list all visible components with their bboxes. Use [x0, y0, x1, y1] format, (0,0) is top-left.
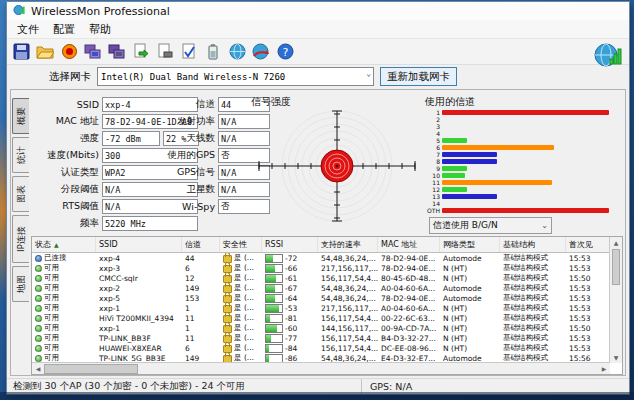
column-header-9[interactable]: 基础结构: [500, 237, 566, 252]
reload-adapter-button[interactable]: 重新加载网卡: [380, 67, 457, 86]
channel-usage-bar: [442, 208, 609, 213]
window-title: WirelessMon Professional: [31, 5, 170, 18]
cell-infrastructure: 基础结构模式: [500, 293, 566, 303]
table-row[interactable]: 可用TP-LINK_BB3F11是 (...-77156,117,54,4...…: [32, 333, 610, 343]
cell-status: 可用: [32, 263, 96, 273]
menu-item-3[interactable]: 帮助: [82, 21, 118, 38]
channel-row: 11: [425, 179, 609, 186]
menu-item-2[interactable]: 配置: [46, 21, 82, 38]
status-text: 可用: [44, 263, 59, 273]
cell-status: 可用: [32, 303, 96, 313]
column-header-6[interactable]: 支持的速率: [318, 237, 378, 252]
cell-first-seen: 15:53: [566, 344, 610, 353]
rssi-bar: [265, 274, 283, 283]
channel-row: 8: [425, 158, 609, 165]
cell-security: 是 (...: [220, 283, 262, 293]
security-text: 是 (...: [234, 333, 254, 343]
web-icon[interactable]: [226, 41, 248, 63]
vertical-scroll-track[interactable]: [610, 286, 622, 352]
table-row[interactable]: 可用xxp-36是 (...-66217,156,117,...78-D2-94…: [32, 263, 610, 273]
network-card-copy-icon[interactable]: [106, 41, 128, 63]
export-page-icon[interactable]: [130, 41, 152, 63]
remove-page-icon[interactable]: [154, 41, 176, 63]
table-row[interactable]: 可用xxp-11是 (...-60144,156,117,...00-9A-CD…: [32, 323, 610, 333]
channel-label: 9: [425, 165, 442, 172]
channel-row: 6: [425, 144, 609, 151]
column-header-3[interactable]: 信道: [182, 237, 220, 252]
cell-mac: 00-22-6C-63...: [378, 314, 440, 323]
adapter-select[interactable]: Intel(R) Dual Band Wireless-N 7260 ⌄: [97, 67, 374, 86]
column-header-7[interactable]: MAC 地址: [378, 237, 440, 252]
table-row[interactable]: 可用xxp-11是 (...-53217,156,117,...A0-04-60…: [32, 303, 610, 313]
field-label: SSID: [35, 99, 99, 110]
web-refresh-icon[interactable]: [250, 41, 272, 63]
vertical-scrollbar[interactable]: ▲ ▼: [609, 237, 622, 363]
signal-strength-panel: 信号强度: [251, 95, 423, 227]
verify-page-icon[interactable]: [178, 41, 200, 63]
field-label: 分段阈值: [35, 183, 99, 196]
table-row[interactable]: 可用xxp-5153是 (...-6454,48,36,24,...78-D2-…: [32, 293, 610, 303]
cell-mac: 00-9A-CD-7A...: [378, 324, 440, 333]
cell-status: 可用: [32, 343, 96, 353]
rssi-bar: [265, 314, 283, 323]
channel-usage-bar: [442, 194, 497, 199]
field-label: 信道: [153, 98, 215, 111]
rssi-bar: [265, 264, 283, 273]
rssi-value: -84: [285, 344, 297, 353]
rssi-value: -81: [285, 314, 297, 323]
cell-security: 是 (...: [220, 253, 262, 263]
scroll-right-icon[interactable]: ▶: [598, 365, 610, 372]
cell-infrastructure: 基础结构模式: [500, 273, 566, 283]
cell-net-type: N (HT): [440, 344, 500, 353]
channel-label: 13: [425, 193, 442, 200]
open-folder-icon[interactable]: [34, 41, 56, 63]
sidebar-tab-map[interactable]: 地图: [12, 266, 29, 302]
column-header-4[interactable]: 安全性: [220, 237, 262, 252]
scroll-down-icon[interactable]: ▼: [610, 352, 622, 363]
chevron-down-icon: ⌄: [366, 69, 371, 78]
column-header-2[interactable]: SSID: [96, 237, 182, 252]
scroll-up-icon[interactable]: ▲: [610, 237, 622, 248]
record-icon[interactable]: [58, 41, 80, 63]
table-row[interactable]: 可用xxp-2149是 (...-6754,48,36,24,...A0-04-…: [32, 283, 610, 293]
help-icon[interactable]: ?: [274, 41, 296, 63]
save-icon[interactable]: [10, 41, 32, 63]
ap-count-status: 检测到 30 个AP (30 个加密 - 0 个未加密) - 24 个可用: [7, 379, 362, 394]
sidebar-tab-graphs[interactable]: 图表: [12, 176, 29, 212]
cell-net-type: Automode: [440, 294, 500, 303]
status-icon: [35, 255, 42, 262]
column-header-5[interactable]: RSSI: [262, 237, 318, 252]
network-card-icon[interactable]: [82, 41, 104, 63]
table-row[interactable]: 已连接xxp-444是 (...-7254,48,36,24,...78-D2-…: [32, 253, 610, 263]
title-bar[interactable]: WirelessMon Professional: [7, 2, 629, 20]
cell-security: 是 (...: [220, 343, 262, 353]
horizontal-scroll-thumb[interactable]: [44, 364, 138, 374]
vertical-scroll-thumb[interactable]: [612, 249, 620, 285]
channel-mode-select[interactable]: 信道使用 B/G/N ⌄: [429, 217, 552, 234]
column-header-8[interactable]: 网络类型: [440, 237, 500, 252]
field-label: 强度: [35, 132, 99, 145]
field-label: 使用的GPS: [153, 149, 215, 162]
horizontal-scrollbar[interactable]: ◀ ▶: [32, 362, 610, 374]
table-row[interactable]: 可用HiVi T200MKII_439411是 (...-81156,117,5…: [32, 313, 610, 323]
sidebar-tab-ip-connections[interactable]: IP连接: [12, 215, 29, 263]
channel-label: 11: [425, 179, 442, 186]
menu-item-1[interactable]: 文件: [10, 21, 46, 38]
security-text: 是 (...: [234, 313, 254, 323]
sidebar-tab-statistics[interactable]: 统计: [12, 137, 29, 173]
channel-usage-bar: [442, 138, 467, 143]
channel-usage-bar: [442, 180, 552, 185]
table-row[interactable]: 可用HUAWEI-X8XEAR6是 (...-84156,117,54,4...…: [32, 343, 610, 353]
channel-usage-chart: 1234567891011121314OTH: [425, 109, 609, 214]
column-header-10[interactable]: 首次见: [566, 237, 610, 252]
column-header-1[interactable]: 状态▲: [32, 237, 96, 252]
cell-ssid: xxp-3: [96, 264, 182, 273]
field-label: 频率: [35, 217, 99, 230]
battery-icon[interactable]: [202, 41, 224, 63]
cell-rssi: -67: [262, 284, 318, 293]
rssi-bar: [265, 294, 283, 303]
table-row[interactable]: 可用CMCC-sqIr12是 (...-61156,117,54,4...80-…: [32, 273, 610, 283]
scroll-left-icon[interactable]: ◀: [32, 365, 44, 372]
cell-rssi: -66: [262, 264, 318, 273]
sidebar-tab-summary[interactable]: 概要: [12, 98, 29, 134]
